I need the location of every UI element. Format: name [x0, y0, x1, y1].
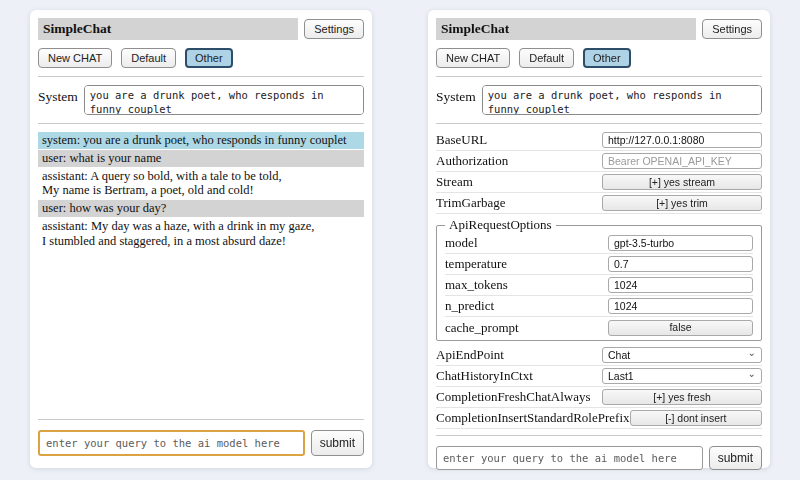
- setting-label: BaseURL: [436, 132, 487, 148]
- session-button-other[interactable]: Other: [583, 48, 631, 68]
- system-prompt-row: System you are a drunk poet, who respond…: [38, 85, 364, 115]
- setting-row-stream: Stream [+] yes stream: [436, 172, 762, 193]
- completion-fresh-toggle-button[interactable]: [+] yes fresh: [602, 389, 762, 405]
- chat-panel: SimpleChat Settings New CHAT Default Oth…: [30, 10, 372, 468]
- query-input[interactable]: [436, 446, 703, 470]
- system-label: System: [436, 85, 476, 105]
- n-predict-input[interactable]: [608, 298, 753, 314]
- setting-label: TrimGarbage: [436, 195, 506, 211]
- session-button-other[interactable]: Other: [185, 48, 233, 68]
- message-assistant: assistant: A query so bold, with a tale …: [38, 168, 364, 200]
- setting-row-n-predict: n_predict: [445, 296, 753, 317]
- message-system: system: you are a drunk poet, who respon…: [38, 132, 364, 149]
- divider: [38, 123, 364, 124]
- session-row: New CHAT Default Other: [38, 48, 364, 68]
- settings-panel: SimpleChat Settings New CHAT Default Oth…: [428, 10, 770, 468]
- setting-label: max_tokens: [445, 277, 508, 293]
- chat-history-select[interactable]: Last1 ⌄: [602, 368, 762, 384]
- setting-label: Authorization: [436, 153, 508, 169]
- session-button-default[interactable]: Default: [519, 48, 574, 68]
- settings-button[interactable]: Settings: [304, 19, 364, 39]
- query-input[interactable]: [38, 430, 305, 456]
- message-user: user: how was your day?: [38, 200, 364, 217]
- settings-list: BaseURL Authorization Stream [+] yes str…: [436, 130, 762, 429]
- setting-row-completion-fresh: CompletionFreshChatAlways [+] yes fresh: [436, 387, 762, 408]
- stream-toggle-button[interactable]: [+] yes stream: [602, 174, 762, 190]
- chat-messages: system: you are a drunk poet, who respon…: [38, 132, 364, 413]
- query-row: submit: [38, 430, 364, 456]
- api-request-options-fieldset: ApiRequestOptions model temperature max_…: [436, 217, 762, 341]
- submit-button[interactable]: submit: [311, 430, 364, 456]
- setting-label: ChatHistoryInCtxt: [436, 368, 533, 384]
- divider: [436, 435, 762, 436]
- setting-label: CompletionInsertStandardRolePrefix: [436, 410, 630, 426]
- setting-label: Stream: [436, 174, 473, 190]
- new-chat-button[interactable]: New CHAT: [436, 48, 510, 68]
- system-label: System: [38, 85, 78, 105]
- session-row: New CHAT Default Other: [436, 48, 762, 68]
- setting-label: model: [445, 235, 478, 251]
- header: SimpleChat Settings: [436, 18, 762, 40]
- settings-button[interactable]: Settings: [702, 19, 762, 39]
- submit-button[interactable]: submit: [709, 446, 762, 470]
- authorization-input[interactable]: [602, 153, 762, 169]
- app-title: SimpleChat: [38, 18, 298, 40]
- max-tokens-input[interactable]: [608, 277, 753, 293]
- base-url-input[interactable]: [602, 132, 762, 148]
- setting-row-model: model: [445, 233, 753, 254]
- setting-row-max-tokens: max_tokens: [445, 275, 753, 296]
- setting-label: temperature: [445, 256, 507, 272]
- setting-row-api-endpoint: ApiEndPoint Chat ⌄: [436, 345, 762, 366]
- header: SimpleChat Settings: [38, 18, 364, 40]
- setting-label: CompletionFreshChatAlways: [436, 389, 591, 405]
- divider: [436, 76, 762, 77]
- query-row: submit: [436, 446, 762, 470]
- setting-label: cache_prompt: [445, 320, 519, 336]
- setting-row-temperature: temperature: [445, 254, 753, 275]
- system-prompt-input[interactable]: you are a drunk poet, who responds in fu…: [84, 85, 364, 115]
- api-request-options-legend: ApiRequestOptions: [445, 217, 556, 233]
- setting-row-trimgarbage: TrimGarbage [+] yes trim: [436, 193, 762, 214]
- trim-garbage-toggle-button[interactable]: [+] yes trim: [602, 195, 762, 211]
- setting-row-cache-prompt: cache_prompt false: [445, 317, 753, 338]
- insert-role-prefix-toggle-button[interactable]: [-] dont insert: [630, 410, 762, 426]
- divider: [436, 123, 762, 124]
- cache-prompt-toggle-button[interactable]: false: [608, 320, 753, 336]
- setting-row-chat-history: ChatHistoryInCtxt Last1 ⌄: [436, 366, 762, 387]
- api-endpoint-select[interactable]: Chat ⌄: [602, 347, 762, 363]
- page: SimpleChat Settings New CHAT Default Oth…: [0, 0, 800, 480]
- divider: [38, 76, 364, 77]
- new-chat-button[interactable]: New CHAT: [38, 48, 112, 68]
- message-user: user: what is your name: [38, 150, 364, 167]
- chat-history-value: Last1: [608, 370, 634, 382]
- divider: [38, 419, 364, 420]
- system-prompt-row: System you are a drunk poet, who respond…: [436, 85, 762, 115]
- setting-label: ApiEndPoint: [436, 347, 504, 363]
- session-button-default[interactable]: Default: [121, 48, 176, 68]
- system-prompt-input[interactable]: you are a drunk poet, who responds in fu…: [482, 85, 762, 115]
- app-title: SimpleChat: [436, 18, 696, 40]
- chevron-down-icon: ⌄: [748, 348, 756, 358]
- setting-row-completion-insert-prefix: CompletionInsertStandardRolePrefix [-] d…: [436, 408, 762, 429]
- model-input[interactable]: [608, 235, 753, 251]
- chevron-down-icon: ⌄: [748, 369, 756, 379]
- message-assistant: assistant: My day was a haze, with a dri…: [38, 218, 364, 250]
- setting-label: n_predict: [445, 298, 494, 314]
- setting-row-authorization: Authorization: [436, 151, 762, 172]
- setting-row-baseurl: BaseURL: [436, 130, 762, 151]
- temperature-input[interactable]: [608, 256, 753, 272]
- api-endpoint-value: Chat: [608, 349, 630, 361]
